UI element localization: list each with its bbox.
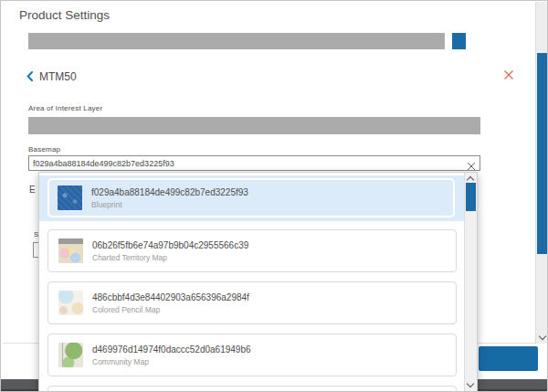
back-label: MTM50 xyxy=(39,70,77,83)
basemap-option-charted-territory[interactable]: 06b26f5fb6e74a97b9b04c2955566c39 Charted… xyxy=(47,229,457,272)
dropdown-scrollbar[interactable] xyxy=(464,173,477,391)
basemap-option-community[interactable]: d469976d14974f0daccc52d0a61949b6 Communi… xyxy=(47,334,457,376)
basemap-option-id: f029a4ba88184de499c82b7ed3225f93 xyxy=(91,187,248,197)
basemap-input[interactable] xyxy=(28,155,480,171)
page-title: Product Settings xyxy=(19,8,110,22)
basemap-thumbnail-colored-pencil xyxy=(58,291,83,315)
primary-action-button[interactable] xyxy=(479,346,538,371)
redacted-area-of-interest-input[interactable] xyxy=(28,117,480,134)
basemap-label: Basemap xyxy=(28,145,60,154)
scroll-down-icon[interactable] xyxy=(539,333,546,340)
basemap-thumbnail-blueprint xyxy=(58,185,82,210)
page-scrollbar-thumb[interactable] xyxy=(537,53,548,254)
basemap-thumbnail-community xyxy=(58,343,83,367)
basemap-dropdown: f029a4ba88184de499c82b7ed3225f93 Bluepri… xyxy=(38,172,478,392)
redacted-product-input[interactable] xyxy=(28,33,445,49)
basemap-option-id: 06b26f5fb6e74a97b9b04c2955566c39 xyxy=(92,240,248,250)
clipped-label-fragment: E xyxy=(29,185,36,195)
dropdown-scroll-down-icon[interactable] xyxy=(467,380,474,387)
basemap-option-id: 486cbbf4d3e84402903a656396a2984f xyxy=(92,292,249,302)
basemap-option-name: Charted Territory Map xyxy=(92,253,248,262)
product-settings-dialog: Product Settings MTM50 Area of Interest … xyxy=(0,0,548,392)
back-navigation[interactable]: MTM50 xyxy=(26,69,77,85)
basemap-thumbnail-charted-territory xyxy=(58,238,83,263)
page-scrollbar[interactable] xyxy=(535,2,548,344)
basemap-option-colored-pencil[interactable]: 486cbbf4d3e84402903a656396a2984f Colored… xyxy=(47,281,457,324)
close-icon[interactable] xyxy=(503,68,514,79)
clear-input-icon[interactable] xyxy=(467,158,477,168)
basemap-option-name: Community Map xyxy=(92,357,251,366)
area-of-interest-label: Area of Interest Layer xyxy=(28,104,102,112)
back-chevron-icon xyxy=(26,69,33,85)
basemap-option-name: Blueprint xyxy=(91,200,248,209)
basemap-option-name: Colored Pencil Map xyxy=(92,305,249,314)
dropdown-scrollbar-thumb[interactable] xyxy=(466,183,476,211)
basemap-option-id: d469976d14974f0daccc52d0a61949b6 xyxy=(92,344,251,355)
basemap-option-partial[interactable] xyxy=(47,386,457,392)
basemap-option-blueprint[interactable]: f029a4ba88184de499c82b7ed3225f93 Bluepri… xyxy=(47,178,455,217)
accent-square-button[interactable] xyxy=(452,33,466,49)
